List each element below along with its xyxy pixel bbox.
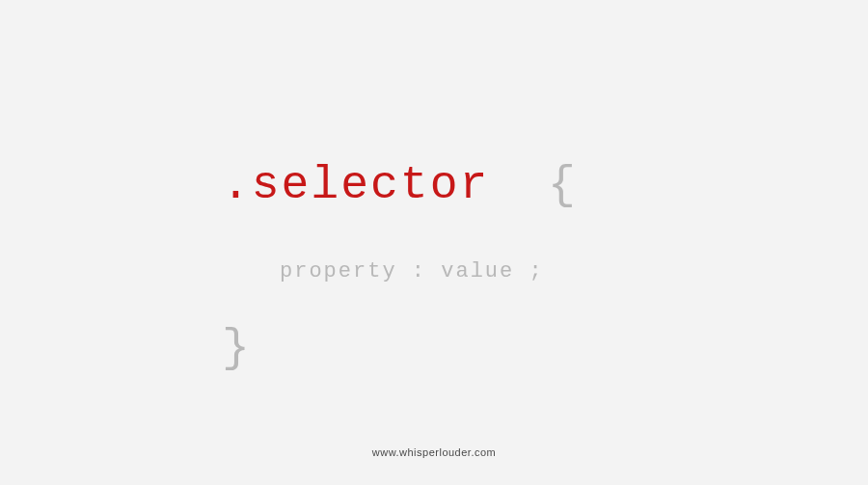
selector-text: .selector	[222, 159, 489, 211]
declaration-line: property : value ;	[280, 259, 810, 283]
css-syntax-illustration: .selector { property : value ; }	[222, 159, 810, 374]
brace-open: {	[548, 159, 578, 211]
selector-line: .selector {	[222, 159, 810, 211]
footer-url: www.whisperlouder.com	[0, 446, 868, 458]
brace-close: }	[222, 322, 810, 374]
